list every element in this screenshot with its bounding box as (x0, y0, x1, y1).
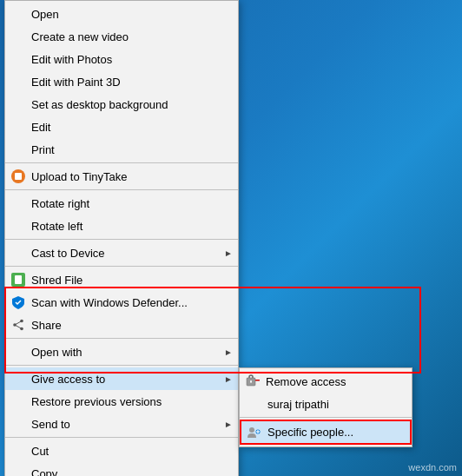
watermark: wexdn.com (408, 462, 457, 473)
separator-6 (5, 365, 238, 366)
svg-rect-8 (255, 380, 260, 381)
menu-item-rotate-left[interactable]: Rotate left (5, 215, 238, 237)
menu-item-edit[interactable]: Edit (5, 116, 238, 138)
svg-rect-7 (251, 381, 252, 383)
arrow-icon-give-access: ► (224, 374, 233, 384)
separator-7 (5, 437, 238, 438)
arrow-icon-open-with: ► (224, 347, 233, 357)
menu-item-cast-to-device[interactable]: Cast to Device ► (5, 241, 238, 264)
menu-item-restore-versions[interactable]: Restore previous versions (5, 390, 238, 413)
submenu-item-specific-people[interactable]: Specific people... (240, 420, 412, 445)
menu-item-give-access[interactable]: Give access to ► (5, 367, 238, 390)
menu-item-edit-paint3d[interactable]: Edit with Paint 3D (5, 70, 238, 93)
menu-item-print[interactable]: Print (5, 138, 238, 161)
menu-item-shred-file[interactable]: Shred File (5, 268, 238, 291)
give-access-submenu: Remove access suraj tripathi Specific pe… (239, 367, 412, 447)
menu-item-scan-defender[interactable]: Scan with Windows Defender... (5, 291, 238, 314)
menu-item-create-video[interactable]: Create a new video (5, 25, 238, 48)
separator-5 (5, 338, 238, 339)
submenu-item-suraj-tripathi[interactable]: suraj tripathi (240, 393, 412, 415)
submenu-item-remove-access[interactable]: Remove access (240, 370, 412, 393)
separator-2 (5, 189, 238, 190)
context-menu: Open Create a new video Edit with Photos… (4, 0, 239, 476)
arrow-icon: ► (224, 248, 233, 258)
share-icon (10, 317, 26, 333)
svg-point-9 (249, 427, 254, 433)
svg-line-4 (15, 325, 22, 329)
svg-line-3 (15, 321, 22, 326)
menu-item-send-to[interactable]: Send to ► (5, 413, 238, 435)
arrow-icon-send-to: ► (224, 420, 233, 429)
tinytake-icon (10, 169, 26, 184)
menu-item-edit-photos[interactable]: Edit with Photos (5, 48, 238, 70)
menu-item-upload-tinytake[interactable]: Upload to TinyTake (5, 165, 238, 188)
specific-people-icon (247, 425, 262, 440)
defender-icon (10, 294, 26, 310)
give-access-container: Give access to ► Remove access sura (5, 367, 238, 390)
menu-item-share[interactable]: Share (5, 314, 238, 336)
separator-4 (5, 266, 238, 267)
separator-1 (5, 162, 238, 163)
menu-item-open-with[interactable]: Open with ► (5, 340, 238, 363)
menu-item-rotate-right[interactable]: Rotate right (5, 192, 238, 215)
submenu-separator (240, 417, 412, 418)
menu-item-open[interactable]: Open (5, 3, 238, 25)
menu-item-cut[interactable]: Cut (5, 440, 238, 462)
shred-icon (10, 272, 26, 288)
menu-item-set-desktop-bg[interactable]: Set as desktop background (5, 93, 238, 116)
remove-access-icon (245, 374, 261, 389)
menu-item-copy[interactable]: Copy (5, 462, 238, 476)
separator-3 (5, 239, 238, 240)
